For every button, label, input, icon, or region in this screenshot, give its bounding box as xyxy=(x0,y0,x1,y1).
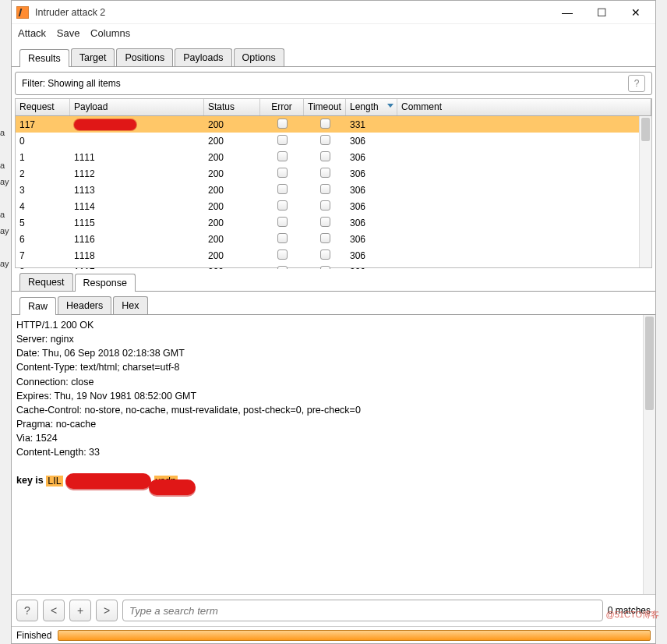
tab-hex[interactable]: Hex xyxy=(113,296,147,314)
cell-request: 8 xyxy=(16,265,70,270)
resp-line: Expires: Thu, 19 Nov 1981 08:52:00 GMT xyxy=(16,389,651,403)
table-row[interactable]: 41114200306 xyxy=(16,198,651,214)
cell-request: 5 xyxy=(16,216,70,230)
search-add-button[interactable]: + xyxy=(69,600,91,621)
table-row[interactable]: 11111200306 xyxy=(16,149,651,165)
resp-line: Content-Length: 33 xyxy=(16,445,651,459)
tab-response[interactable]: Response xyxy=(75,274,136,292)
tab-request[interactable]: Request xyxy=(19,273,73,291)
scrollbar[interactable] xyxy=(643,315,655,594)
table-row[interactable]: 71118200306 xyxy=(16,247,651,264)
table-body: 1172003310200306111112003062111220030631… xyxy=(16,116,651,269)
cell-request: 3 xyxy=(16,183,70,197)
table-row[interactable]: 81117200306 xyxy=(16,264,651,269)
tab-raw[interactable]: Raw xyxy=(19,297,56,315)
table-row[interactable]: 61116200306 xyxy=(16,231,651,247)
cell-error xyxy=(260,166,304,182)
cell-comment xyxy=(397,205,651,208)
cell-timeout xyxy=(304,182,346,198)
cell-status: 200 xyxy=(204,216,260,230)
cell-timeout xyxy=(304,199,346,214)
response-body[interactable]: HTTP/1.1 200 OK Server: nginx Date: Thu,… xyxy=(12,315,655,594)
checkbox-icon xyxy=(277,266,288,270)
cell-timeout xyxy=(304,150,346,165)
cell-comment xyxy=(397,254,651,257)
cell-status: 200 xyxy=(204,134,260,148)
checkbox-icon xyxy=(277,217,288,227)
response-subtabs: Raw Headers Hex xyxy=(12,292,655,315)
cell-payload xyxy=(70,140,204,143)
checkbox-icon xyxy=(320,168,330,178)
menu-save[interactable]: Save xyxy=(57,27,80,39)
cell-request: 6 xyxy=(16,232,70,246)
table-row[interactable]: 51115200306 xyxy=(16,214,651,231)
cell-error xyxy=(260,117,304,133)
search-next-button[interactable]: > xyxy=(96,600,118,621)
table-row[interactable]: 31113200306 xyxy=(16,182,651,198)
watermark: @51CTO博客 xyxy=(606,609,659,621)
table-row[interactable]: 0200306 xyxy=(16,133,651,149)
col-payload[interactable]: Payload xyxy=(70,99,204,115)
tab-positions[interactable]: Positions xyxy=(116,48,173,66)
cell-length: 306 xyxy=(346,265,397,270)
search-help-button[interactable]: ? xyxy=(16,600,38,621)
cell-payload: 1115 xyxy=(70,216,204,230)
resp-line: Cache-Control: no-store, no-cache, must-… xyxy=(16,403,651,417)
tab-options[interactable]: Options xyxy=(234,48,284,66)
cell-payload: 1114 xyxy=(70,200,204,214)
help-icon[interactable]: ? xyxy=(628,75,645,92)
cell-status: 200 xyxy=(204,200,260,214)
checkbox-icon xyxy=(320,200,330,211)
cell-length: 306 xyxy=(346,232,397,246)
col-comment[interactable]: Comment xyxy=(397,99,651,115)
col-error[interactable]: Error xyxy=(260,99,304,115)
cell-status: 200 xyxy=(204,150,260,165)
col-request[interactable]: Request xyxy=(16,99,70,115)
tab-target[interactable]: Target xyxy=(71,48,115,66)
cell-request: 0 xyxy=(16,134,70,148)
cell-error xyxy=(260,182,304,198)
main-tabs: Results Target Positions Payloads Option… xyxy=(12,44,655,67)
table-row[interactable]: 117200331 xyxy=(16,116,651,133)
cell-timeout xyxy=(304,232,346,247)
col-status[interactable]: Status xyxy=(204,99,260,115)
cell-request: 7 xyxy=(16,249,70,263)
resp-key-line: key is LIL vsdn xyxy=(16,473,227,489)
cell-request: 1 xyxy=(16,150,70,165)
close-button[interactable]: ✕ xyxy=(626,6,646,19)
checkbox-icon xyxy=(320,266,330,270)
cell-timeout xyxy=(304,215,346,231)
checkbox-icon xyxy=(277,151,288,161)
detail-tabs: Request Response xyxy=(12,268,655,292)
tab-headers[interactable]: Headers xyxy=(58,296,111,314)
tab-payloads[interactable]: Payloads xyxy=(175,48,231,66)
cell-comment xyxy=(397,221,651,225)
checkbox-icon xyxy=(320,217,330,227)
checkbox-icon xyxy=(320,249,330,260)
search-prev-button[interactable]: < xyxy=(43,600,65,621)
cell-payload: 1112 xyxy=(70,167,204,181)
resp-line: Server: nginx xyxy=(16,332,651,346)
redaction-mark xyxy=(65,473,151,489)
cell-payload xyxy=(70,117,204,132)
checkbox-icon xyxy=(277,200,288,211)
checkbox-icon xyxy=(320,233,330,243)
search-input[interactable] xyxy=(122,600,603,621)
tab-results[interactable]: Results xyxy=(19,49,69,67)
cell-payload: 1118 xyxy=(70,249,204,263)
minimize-button[interactable]: — xyxy=(557,6,577,19)
col-length[interactable]: Length xyxy=(346,99,397,115)
scrollbar[interactable] xyxy=(639,116,651,267)
filter-bar[interactable]: Filter: Showing all items ? xyxy=(15,72,652,95)
search-bar: ? < + > 0 matches xyxy=(12,594,655,626)
maximize-button[interactable]: ☐ xyxy=(591,6,612,19)
menu-attack[interactable]: Attack xyxy=(18,27,46,39)
cell-status: 200 xyxy=(204,118,260,132)
cell-payload: 1116 xyxy=(70,232,204,246)
col-timeout[interactable]: Timeout xyxy=(304,99,346,115)
status-text: Finished xyxy=(16,630,51,641)
table-row[interactable]: 21112200306 xyxy=(16,165,651,182)
cell-error xyxy=(260,215,304,231)
cell-length: 306 xyxy=(346,249,397,263)
menu-columns[interactable]: Columns xyxy=(90,27,130,39)
